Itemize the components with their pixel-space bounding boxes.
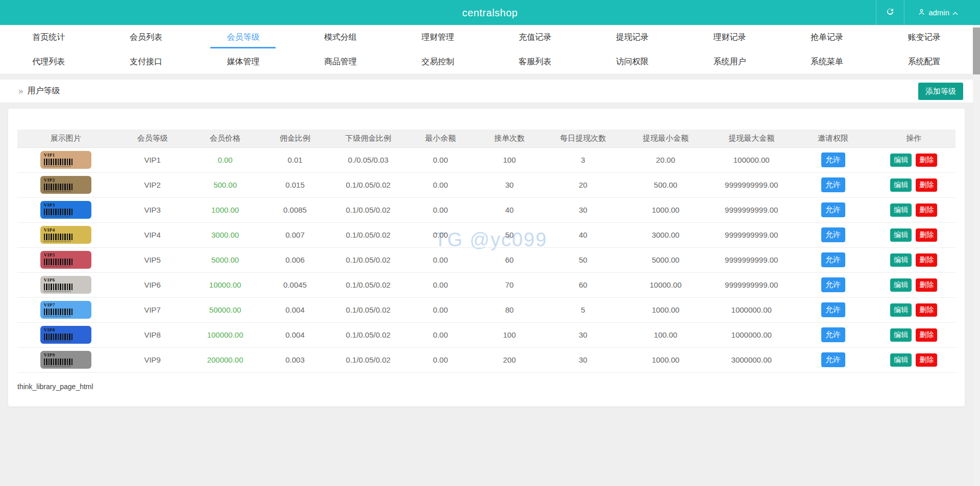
nav-tab-label: 交易控制 <box>422 57 454 67</box>
allow-button[interactable]: 允许 <box>821 302 845 317</box>
nav-tab[interactable]: 充值记录 <box>486 25 584 49</box>
allow-button[interactable]: 允许 <box>821 352 845 367</box>
min-withdrawal-cell: 3000.00 <box>622 222 708 247</box>
delete-button[interactable]: 删除 <box>916 253 937 267</box>
price-cell: 3000.00 <box>191 222 259 247</box>
nav-tab[interactable]: 抢单记录 <box>778 25 876 49</box>
nav-tab[interactable]: 会员列表 <box>97 25 195 49</box>
delete-button[interactable]: 删除 <box>916 278 937 292</box>
nav-tab[interactable]: 理财管理 <box>389 25 486 49</box>
edit-button[interactable]: 编辑 <box>890 353 912 367</box>
edit-button[interactable]: 编辑 <box>890 154 912 167</box>
barcode-digits <box>44 316 70 317</box>
price-cell: 500.00 <box>191 172 259 197</box>
delete-button[interactable]: 删除 <box>916 154 937 167</box>
vertical-scrollbar[interactable] <box>973 25 980 486</box>
page-footer-text: think_library_page_html <box>17 382 93 391</box>
allow-button[interactable]: 允许 <box>821 202 845 217</box>
column-header: 邀请权限 <box>794 130 872 147</box>
sub-commission-cell: 0.1/0.05/0.02 <box>331 297 406 322</box>
daily-withdrawals-cell: 30 <box>544 197 622 222</box>
nav-tab[interactable]: 商品管理 <box>292 49 389 74</box>
nav-row-2: 代理列表支付接口媒体管理商品管理交易控制客服列表访问权限系统用户系统菜单系统配置 <box>0 49 973 74</box>
delete-button[interactable]: 删除 <box>916 203 937 217</box>
sub-commission-cell: 0.1/0.05/0.02 <box>331 347 406 372</box>
min-balance-cell: 0.00 <box>406 172 475 197</box>
vip-barcode-image: VIP2 <box>40 176 91 194</box>
scrollbar-thumb[interactable] <box>973 28 980 74</box>
max-withdrawal-cell: 100000.00 <box>709 147 794 172</box>
allow-button[interactable]: 允许 <box>821 152 845 167</box>
user-menu[interactable]: admin <box>904 0 971 25</box>
allow-button[interactable]: 允许 <box>821 252 845 267</box>
vip-image-cell: VIP3 <box>17 197 114 222</box>
nav-tab-label: 模式分组 <box>324 32 357 43</box>
nav-tab[interactable]: 系统用户 <box>681 49 778 74</box>
column-header: 会员等级 <box>114 130 191 147</box>
nav-tab[interactable]: 账变记录 <box>875 25 973 49</box>
allow-button[interactable]: 允许 <box>821 277 845 292</box>
commission-cell: 0.015 <box>259 172 331 197</box>
delete-button[interactable]: 删除 <box>916 178 937 192</box>
user-name: admin <box>928 8 949 17</box>
nav-tab[interactable]: 代理列表 <box>0 49 97 74</box>
edit-button[interactable]: 编辑 <box>890 278 912 292</box>
nav-tab[interactable]: 支付接口 <box>97 49 195 74</box>
delete-button[interactable]: 删除 <box>916 228 937 242</box>
delete-button[interactable]: 删除 <box>916 328 937 342</box>
nav-tab[interactable]: 首页统计 <box>0 25 97 49</box>
edit-button[interactable]: 编辑 <box>890 178 912 192</box>
min-withdrawal-cell: 20.00 <box>622 147 708 172</box>
level-cell: VIP6 <box>114 272 191 297</box>
vip-image-cell: VIP2 <box>17 172 114 197</box>
nav-tab[interactable]: 提现记录 <box>584 25 681 49</box>
refresh-icon <box>886 7 895 18</box>
max-withdrawal-cell: 9999999999.00 <box>709 247 794 272</box>
table-row: VIP5VIP55000.000.0060.1/0.05/0.020.00605… <box>17 247 955 272</box>
column-header: 展示图片 <box>17 130 114 147</box>
table-row: VIP1VIP10.000.010./0.05/0.030.00100320.0… <box>17 147 955 172</box>
nav-tab[interactable]: 会员等级 <box>194 25 292 49</box>
max-withdrawal-cell: 3000000.00 <box>709 347 794 372</box>
nav-tab[interactable]: 理财记录 <box>681 25 778 49</box>
nav-tab[interactable]: 访问权限 <box>584 49 681 74</box>
min-balance-cell: 0.00 <box>406 322 475 347</box>
nav-tab[interactable]: 系统配置 <box>875 49 973 74</box>
nav-tab[interactable]: 模式分组 <box>292 25 389 49</box>
barcode-icon <box>44 334 74 340</box>
level-cell: VIP8 <box>114 322 191 347</box>
allow-button[interactable]: 允许 <box>821 177 845 192</box>
allow-button[interactable]: 允许 <box>821 327 845 342</box>
add-level-button[interactable]: 添加等级 <box>918 83 963 100</box>
orders-cell: 100 <box>475 322 544 347</box>
table-row: VIP4VIP43000.000.0070.1/0.05/0.020.00504… <box>17 222 955 247</box>
actions-cell: 编辑删除 <box>872 147 955 172</box>
delete-button[interactable]: 删除 <box>916 303 937 317</box>
nav-tab[interactable]: 系统菜单 <box>778 49 876 74</box>
edit-button[interactable]: 编辑 <box>890 303 912 317</box>
delete-button[interactable]: 删除 <box>916 353 937 367</box>
vip-image-cell: VIP8 <box>17 322 114 347</box>
barcode-digits <box>44 191 70 192</box>
edit-button[interactable]: 编辑 <box>890 228 912 242</box>
daily-withdrawals-cell: 60 <box>544 272 622 297</box>
max-withdrawal-cell: 1000000.00 <box>709 297 794 322</box>
commission-cell: 0.0045 <box>259 272 331 297</box>
invite-permission-cell: 允许 <box>794 322 872 347</box>
table-header-row: 展示图片会员等级会员价格佣金比例下级佣金比例最小余额接单次数每日提现次数提现最小… <box>17 130 955 147</box>
nav-tab[interactable]: 媒体管理 <box>194 49 292 74</box>
min-balance-cell: 0.00 <box>406 197 475 222</box>
edit-button[interactable]: 编辑 <box>890 203 912 217</box>
barcode-icon <box>44 234 74 240</box>
invite-permission-cell: 允许 <box>794 272 872 297</box>
price-cell: 0.00 <box>191 147 259 172</box>
refresh-button[interactable] <box>876 0 904 25</box>
nav-tab[interactable]: 交易控制 <box>389 49 486 74</box>
edit-button[interactable]: 编辑 <box>890 328 912 342</box>
price-cell: 50000.00 <box>191 297 259 322</box>
nav-tab[interactable]: 客服列表 <box>486 49 584 74</box>
breadcrumb-chevrons-icon: » <box>18 86 23 96</box>
edit-button[interactable]: 编辑 <box>890 253 912 267</box>
allow-button[interactable]: 允许 <box>821 227 845 242</box>
invite-permission-cell: 允许 <box>794 222 872 247</box>
